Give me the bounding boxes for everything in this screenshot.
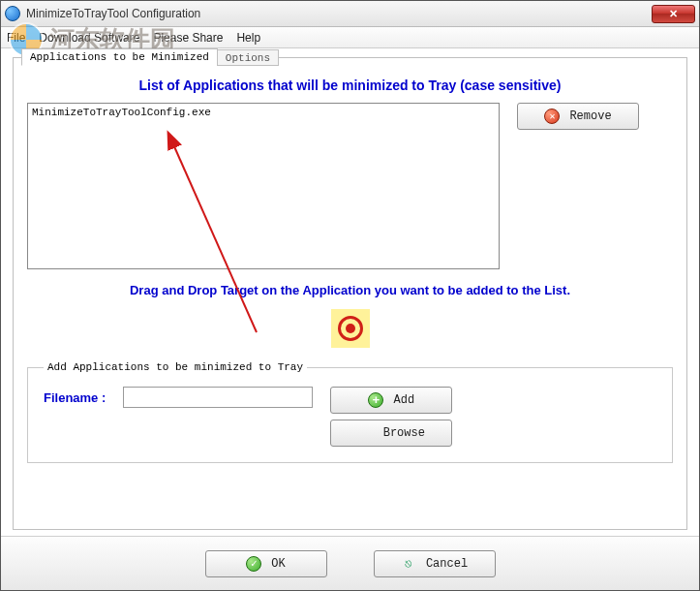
window-title: MinimizeToTrayTool Configuration <box>26 7 652 20</box>
titlebar: MinimizeToTrayTool Configuration ✕ <box>1 1 699 27</box>
add-button[interactable]: Add <box>330 387 452 414</box>
list-item[interactable]: MinimizeToTrayToolConfig.exe <box>32 107 495 118</box>
filename-input[interactable] <box>123 387 313 408</box>
remove-button[interactable]: Remove <box>517 103 639 130</box>
drag-instruction: Drag and Drop Target on the Application … <box>27 283 673 297</box>
add-applications-group: Add Applications to be minimized to Tray… <box>27 361 673 463</box>
add-icon <box>368 392 383 408</box>
ok-button-label: OK <box>271 557 285 571</box>
drag-target[interactable] <box>331 309 370 348</box>
remove-icon <box>544 109 560 124</box>
bottom-button-bar: OK Cancel <box>1 536 699 590</box>
cancel-button-label: Cancel <box>426 557 468 571</box>
menu-file[interactable]: File <box>7 31 25 45</box>
cancel-icon <box>401 556 416 572</box>
list-heading: List of Applications that will be minimi… <box>27 78 673 93</box>
browse-button[interactable]: Browse <box>330 420 452 447</box>
add-button-label: Add <box>393 393 414 407</box>
remove-button-label: Remove <box>569 109 611 123</box>
menu-download-software[interactable]: Download Software <box>39 31 139 45</box>
filename-label: Filename : <box>44 387 106 405</box>
menu-help[interactable]: Help <box>236 31 260 45</box>
ok-button[interactable]: OK <box>205 550 327 577</box>
bullseye-icon <box>338 316 363 341</box>
cancel-button[interactable]: Cancel <box>374 550 496 577</box>
browse-button-label: Browse <box>383 426 425 440</box>
close-icon: ✕ <box>669 8 678 20</box>
menu-please-share[interactable]: Please Share <box>153 31 223 45</box>
add-group-legend: Add Applications to be minimized to Tray <box>44 361 307 373</box>
app-icon <box>5 6 20 21</box>
close-button[interactable]: ✕ <box>652 5 695 23</box>
tab-options[interactable]: Options <box>217 49 279 66</box>
applications-listbox[interactable]: MinimizeToTrayToolConfig.exe <box>27 103 500 269</box>
ok-icon <box>246 556 261 572</box>
browse-icon <box>358 425 374 441</box>
tab-applications[interactable]: Applications to be Minimized <box>21 48 218 66</box>
main-panel: Applications to be Minimized Options Lis… <box>13 57 687 530</box>
menubar: File Download Software Please Share Help <box>1 27 699 48</box>
tab-strip: Applications to be Minimized Options <box>21 48 278 66</box>
